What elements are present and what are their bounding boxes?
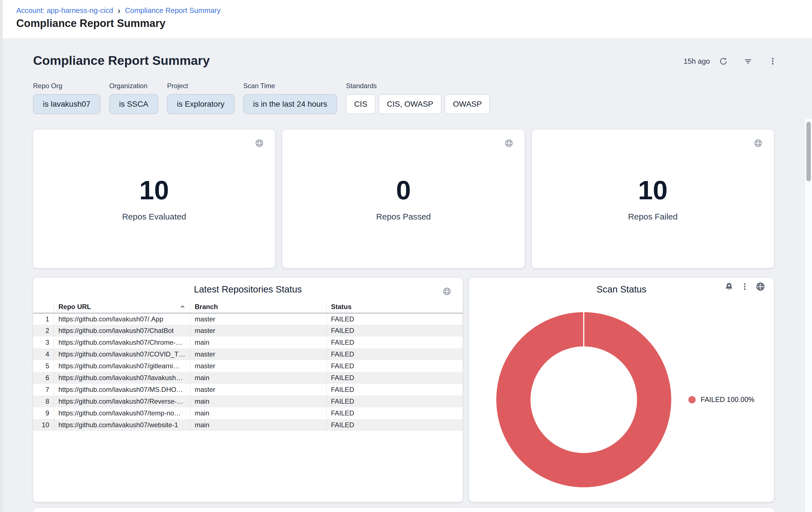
cell-status: FAILED bbox=[326, 313, 463, 325]
breadcrumb-account-link[interactable]: Account: app-harness-ng-cicd bbox=[16, 6, 113, 15]
filter-label: Standards bbox=[346, 82, 490, 90]
kebab-menu-icon bbox=[768, 56, 778, 66]
scan-card-actions bbox=[724, 281, 765, 292]
breadcrumb: Account: app-harness-ng-cicd › Complianc… bbox=[16, 6, 221, 15]
cell-branch: master bbox=[190, 325, 326, 336]
legend-label: FAILED 100.00% bbox=[701, 396, 755, 404]
filter-chip-organization[interactable]: is SSCA bbox=[109, 94, 158, 114]
filter-label: Scan Time bbox=[243, 82, 337, 90]
bottom-row: Latest Repositories Status Repo URL bbox=[33, 278, 774, 502]
row-index: 3 bbox=[33, 336, 54, 348]
more-menu-button[interactable] bbox=[740, 281, 750, 292]
stat-value: 10 bbox=[33, 177, 275, 204]
cell-branch: main bbox=[190, 396, 326, 407]
globe-icon[interactable] bbox=[755, 281, 765, 292]
table-row[interactable]: 7 https://github.com/lavakush07/MS.DHO… … bbox=[33, 384, 463, 396]
bell-plus-icon bbox=[724, 282, 734, 291]
donut-hole bbox=[530, 346, 637, 453]
table-row[interactable]: 5 https://github.com/lavakush07/gitlearn… bbox=[33, 360, 463, 372]
row-index: 6 bbox=[33, 372, 54, 384]
dashboard-actions: 15h ago bbox=[684, 55, 778, 68]
cell-branch: main bbox=[190, 407, 326, 419]
row-index: 1 bbox=[33, 313, 54, 325]
table-row[interactable]: 9 https://github.com/lavakush07/temp-no…… bbox=[33, 407, 463, 419]
stat-value: 0 bbox=[282, 177, 524, 204]
dashboard-action-icons bbox=[718, 56, 778, 66]
stat-label: Repos Failed bbox=[532, 212, 774, 221]
sort-ascending-icon bbox=[179, 304, 185, 310]
filter-chip-standard-cis-owasp[interactable]: CIS, OWASP bbox=[379, 94, 441, 114]
cell-status: FAILED bbox=[326, 348, 463, 360]
next-card-peek bbox=[33, 508, 774, 512]
stat-card-repos-passed: 0 Repos Passed bbox=[282, 130, 524, 268]
table-header-row: Repo URL Branch Status bbox=[33, 301, 463, 313]
cell-repo-url: https://github.com/lavakush07/Reverse-… bbox=[54, 396, 190, 407]
breadcrumb-separator-icon: › bbox=[117, 6, 120, 15]
cell-branch: main bbox=[190, 336, 326, 348]
cell-branch: master bbox=[190, 384, 326, 396]
cell-repo-url: https://github.com/lavakush07/temp-no… bbox=[54, 407, 190, 419]
compliance-dashboard-page: Account: app-harness-ng-cicd › Complianc… bbox=[0, 0, 812, 512]
cell-repo-url: https://github.com/lavakush07/COVID_T… bbox=[54, 348, 190, 360]
filter-bar: Repo Org is lavakush07 Organization is S… bbox=[33, 82, 490, 114]
row-index: 10 bbox=[33, 419, 54, 431]
scrollbar[interactable] bbox=[805, 119, 812, 512]
row-index: 5 bbox=[33, 360, 54, 372]
cell-branch: master bbox=[190, 360, 326, 372]
table-row[interactable]: 3 https://github.com/lavakush07/Chrome-…… bbox=[33, 336, 463, 348]
cell-repo-url: https://github.com/lavakush07/website-1 bbox=[54, 419, 190, 431]
column-header-status[interactable]: Status bbox=[326, 301, 463, 313]
filter-group-repo-org: Repo Org is lavakush07 bbox=[33, 82, 100, 114]
row-index: 7 bbox=[33, 384, 54, 396]
row-index: 9 bbox=[33, 407, 54, 419]
scrollbar-thumb[interactable] bbox=[806, 122, 811, 181]
filter-chip-standard-cis[interactable]: CIS bbox=[346, 94, 375, 114]
filter-chip-scan-time[interactable]: is in the last 24 hours bbox=[243, 94, 337, 114]
alert-bell-button[interactable] bbox=[724, 281, 734, 292]
globe-icon[interactable] bbox=[754, 139, 763, 147]
page-title: Compliance Report Summary bbox=[16, 18, 166, 29]
filter-icon bbox=[743, 56, 753, 66]
cell-status: FAILED bbox=[326, 407, 463, 419]
column-header-branch[interactable]: Branch bbox=[190, 301, 326, 313]
filter-group-organization: Organization is SSCA bbox=[109, 82, 158, 114]
app-header: Account: app-harness-ng-cicd › Complianc… bbox=[3, 0, 812, 39]
cell-branch: master bbox=[190, 313, 326, 325]
cell-status: FAILED bbox=[326, 336, 463, 348]
globe-icon[interactable] bbox=[442, 287, 452, 296]
table-row[interactable]: 8 https://github.com/lavakush07/Reverse-… bbox=[33, 396, 463, 407]
kebab-menu-icon bbox=[740, 282, 750, 291]
globe-icon[interactable] bbox=[255, 139, 264, 147]
cell-repo-url: https://github.com/lavakush07/ChatBot bbox=[54, 325, 190, 336]
cell-branch: main bbox=[190, 419, 326, 431]
filter-chip-project[interactable]: is Exploratory bbox=[167, 94, 234, 114]
cell-repo-url: https://github.com/lavakush07/lavakush… bbox=[54, 372, 190, 384]
refresh-button[interactable] bbox=[718, 56, 728, 66]
repositories-table: Repo URL Branch Status 1 https://github.… bbox=[33, 301, 463, 431]
more-menu-button[interactable] bbox=[768, 56, 778, 66]
table-row[interactable]: 2 https://github.com/lavakush07/ChatBot … bbox=[33, 325, 463, 336]
globe-icon[interactable] bbox=[504, 139, 513, 147]
stat-value: 10 bbox=[532, 177, 774, 204]
table-row[interactable]: 4 https://github.com/lavakush07/COVID_T…… bbox=[33, 348, 463, 360]
filter-group-scan-time: Scan Time is in the last 24 hours bbox=[243, 82, 337, 114]
cell-status: FAILED bbox=[326, 360, 463, 372]
breadcrumb-current-link[interactable]: Compliance Report Summary bbox=[125, 6, 221, 15]
table-row[interactable]: 1 https://github.com/lavakush07/.App mas… bbox=[33, 313, 463, 325]
repo-table-card: Latest Repositories Status Repo URL bbox=[33, 278, 463, 502]
table-row[interactable]: 10 https://github.com/lavakush07/website… bbox=[33, 419, 463, 431]
filter-chip-standard-owasp[interactable]: OWASP bbox=[445, 94, 490, 114]
legend-item-failed[interactable]: FAILED 100.00% bbox=[688, 396, 755, 404]
table-row[interactable]: 6 https://github.com/lavakush07/lavakush… bbox=[33, 372, 463, 384]
donut-chart[interactable] bbox=[496, 312, 671, 487]
filter-chip-repo-org[interactable]: is lavakush07 bbox=[33, 94, 100, 114]
cell-status: FAILED bbox=[326, 384, 463, 396]
filter-button[interactable] bbox=[743, 56, 753, 66]
cell-status: FAILED bbox=[326, 419, 463, 431]
stat-card-repos-evaluated: 10 Repos Evaluated bbox=[33, 130, 275, 268]
donut-segment-boundary bbox=[583, 312, 584, 347]
row-index: 4 bbox=[33, 348, 54, 360]
cell-repo-url: https://github.com/lavakush07/.App bbox=[54, 313, 190, 325]
column-header-repo-url[interactable]: Repo URL bbox=[54, 301, 190, 313]
cell-repo-url: https://github.com/lavakush07/gitlearni… bbox=[54, 360, 190, 372]
